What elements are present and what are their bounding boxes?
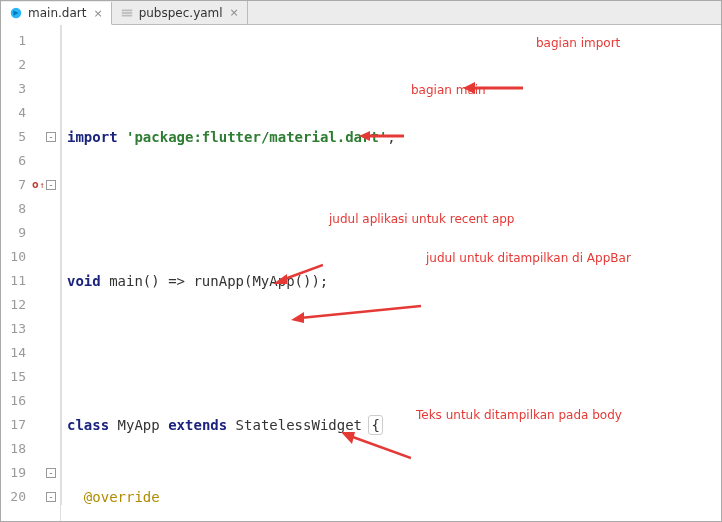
line-number: 2	[4, 53, 26, 77]
line-number: 5	[4, 125, 26, 149]
line-number: 18	[4, 437, 26, 461]
code-line: class MyApp extends StatelessWidget {	[67, 413, 721, 437]
line-number: 13	[4, 317, 26, 341]
svg-rect-2	[121, 12, 132, 14]
svg-marker-5	[463, 82, 475, 94]
annotation-main: bagian main	[411, 78, 486, 102]
close-icon[interactable]: ×	[230, 6, 239, 19]
line-number: 16	[4, 389, 26, 413]
override-arrow-icon: ↑	[40, 173, 45, 197]
svg-rect-3	[121, 14, 132, 16]
code-line	[67, 197, 721, 221]
fold-toggle-icon[interactable]: -	[46, 180, 56, 190]
tab-label: pubspec.yaml	[139, 6, 223, 20]
line-number: 9	[4, 221, 26, 245]
dart-file-icon	[9, 6, 23, 20]
line-number: 1	[4, 29, 26, 53]
yaml-file-icon	[120, 6, 134, 20]
editor-area: 1 2 3 4 5- 6 7o↑- 8 9 10 11 12 13 14 15 …	[1, 25, 721, 521]
fold-toggle-icon[interactable]: -	[46, 132, 56, 142]
line-number: 17	[4, 413, 26, 437]
annotation-import: bagian import	[536, 31, 620, 55]
override-marker-icon: o	[32, 173, 39, 197]
code-line: @override	[67, 485, 721, 509]
code-line: void main() => runApp(MyApp());	[67, 269, 721, 293]
line-number: 14	[4, 341, 26, 365]
line-gutter: 1 2 3 4 5- 6 7o↑- 8 9 10 11 12 13 14 15 …	[1, 25, 61, 521]
line-number: 10	[4, 245, 26, 269]
svg-marker-11	[291, 312, 304, 323]
fold-toggle-icon[interactable]: -	[46, 492, 56, 502]
line-number: 15	[4, 365, 26, 389]
tab-main-dart[interactable]: main.dart ×	[1, 2, 112, 25]
svg-line-12	[350, 436, 411, 458]
close-icon[interactable]: ×	[93, 7, 102, 20]
svg-line-10	[300, 306, 421, 318]
line-number: 11	[4, 269, 26, 293]
line-number: 20	[4, 485, 26, 509]
tab-label: main.dart	[28, 6, 86, 20]
fold-toggle-icon[interactable]: -	[46, 468, 56, 478]
svg-rect-1	[121, 9, 132, 11]
code-line	[67, 341, 721, 365]
code-line: import 'package:flutter/material.dart';	[67, 125, 721, 149]
line-number: 8	[4, 197, 26, 221]
tab-pubspec-yaml[interactable]: pubspec.yaml ×	[112, 1, 248, 24]
line-number: 7	[4, 173, 26, 197]
line-number: 19	[4, 461, 26, 485]
line-number: 6	[4, 149, 26, 173]
line-number: 12	[4, 293, 26, 317]
line-number: 4	[4, 101, 26, 125]
annotation-appbar: judul untuk ditampilkan di AppBar	[426, 246, 631, 270]
editor-tabs: main.dart × pubspec.yaml ×	[1, 1, 721, 25]
line-number: 3	[4, 77, 26, 101]
code-editor[interactable]: import 'package:flutter/material.dart'; …	[61, 25, 721, 521]
